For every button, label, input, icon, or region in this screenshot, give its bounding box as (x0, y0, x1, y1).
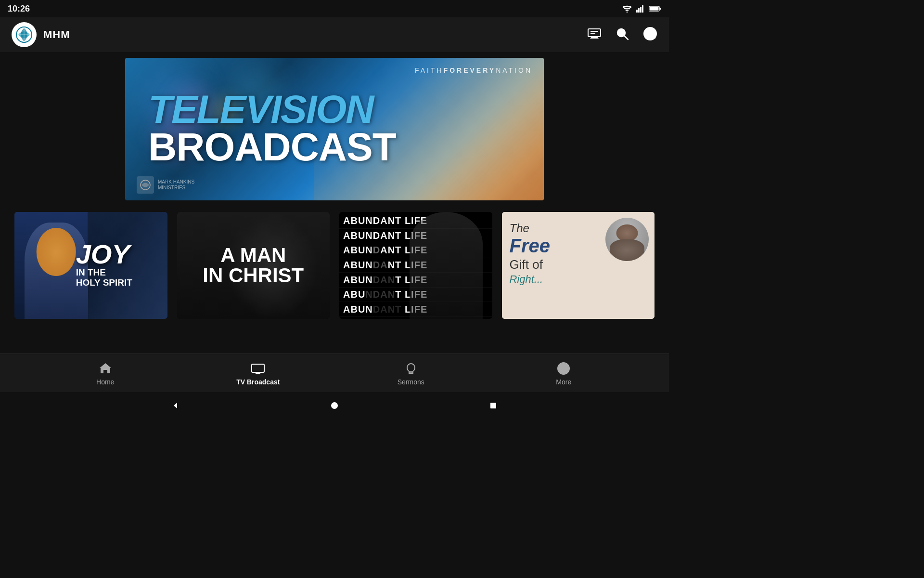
nav-tvbroadcast-label: TV Broadcast (236, 378, 280, 386)
top-bar: MHM (0, 17, 669, 52)
app-title: MHM (43, 28, 70, 41)
bottom-nav: Home TV Broadcast Sermons (0, 354, 669, 392)
svg-rect-1 (636, 10, 638, 13)
search-icon[interactable] (615, 26, 629, 43)
signal-icon (636, 5, 645, 13)
man-line1: A MAN (203, 245, 304, 265)
svg-point-26 (563, 369, 565, 370)
system-nav (0, 392, 669, 419)
hero-logo-bottom: MARK HANKINSMINISTRIES (137, 176, 194, 194)
nav-more[interactable]: More (539, 361, 588, 386)
free-gift-right: Right... (510, 273, 647, 286)
card-free-gift[interactable]: The Free Gift of Right... (502, 212, 655, 319)
top-bar-actions (587, 26, 657, 43)
svg-point-0 (627, 12, 628, 13)
sermons-icon (403, 361, 419, 376)
app-logo[interactable] (12, 22, 37, 47)
status-icons (622, 5, 661, 13)
svg-rect-7 (660, 8, 661, 10)
free-gift-portrait (605, 218, 649, 261)
wifi-icon (622, 5, 632, 13)
svg-rect-4 (642, 5, 643, 13)
messages-icon[interactable] (587, 26, 602, 43)
system-home-button[interactable] (329, 400, 340, 411)
hero-overlay: FAITHFOREVERYNATION TELEVISION BROADCAST… (125, 58, 544, 200)
top-bar-left: MHM (12, 22, 70, 47)
svg-point-27 (331, 402, 338, 409)
hero-broadcast-text: BROADCAST (148, 127, 521, 167)
svg-rect-3 (640, 7, 642, 13)
hero-faith-line: FAITHFOREVERYNATION (415, 66, 532, 74)
hero-television-text: TELEVISION (148, 92, 521, 127)
status-bar: 10:26 (0, 0, 669, 17)
back-button[interactable] (170, 400, 181, 411)
svg-rect-19 (252, 364, 264, 372)
content-cards: JOY IN THE HOLY SPIRIT A MAN IN CHRIST A… (0, 212, 669, 319)
card-joy[interactable]: JOY IN THE HOLY SPIRIT (14, 212, 167, 319)
logo-icon (15, 26, 33, 43)
svg-rect-6 (650, 7, 659, 11)
nav-tvbroadcast[interactable]: TV Broadcast (234, 361, 282, 386)
card-abundant[interactable]: ABUNDANT LIFE ABUNDANT LIFE ABUNDANT LIF… (339, 212, 492, 319)
svg-point-17 (648, 29, 653, 34)
tv-icon (250, 361, 266, 376)
hero-logo-small (137, 176, 154, 194)
status-time: 10:26 (8, 4, 30, 14)
nav-home-label: Home (96, 378, 114, 386)
home-icon (98, 361, 113, 376)
svg-rect-2 (638, 8, 640, 13)
nav-home[interactable]: Home (81, 361, 129, 386)
nav-sermons-label: Sermons (398, 378, 424, 386)
svg-rect-28 (490, 403, 496, 408)
account-icon[interactable] (643, 26, 657, 43)
joy-title: JOY (76, 243, 162, 266)
card-man[interactable]: A MAN IN CHRIST (177, 212, 330, 319)
nav-more-label: More (556, 378, 571, 386)
nav-sermons[interactable]: Sermons (387, 361, 435, 386)
recents-button[interactable] (488, 400, 499, 411)
svg-line-15 (624, 36, 628, 39)
battery-icon (649, 5, 661, 12)
man-line2: IN CHRIST (203, 265, 304, 286)
more-icon (556, 361, 571, 376)
joy-subtitle2: HOLY SPIRIT (76, 278, 162, 288)
hero-logo-label: MARK HANKINSMINISTRIES (158, 179, 194, 191)
hero-banner[interactable]: FAITHFOREVERYNATION TELEVISION BROADCAST… (125, 58, 544, 200)
joy-subtitle1: IN THE (76, 268, 162, 278)
